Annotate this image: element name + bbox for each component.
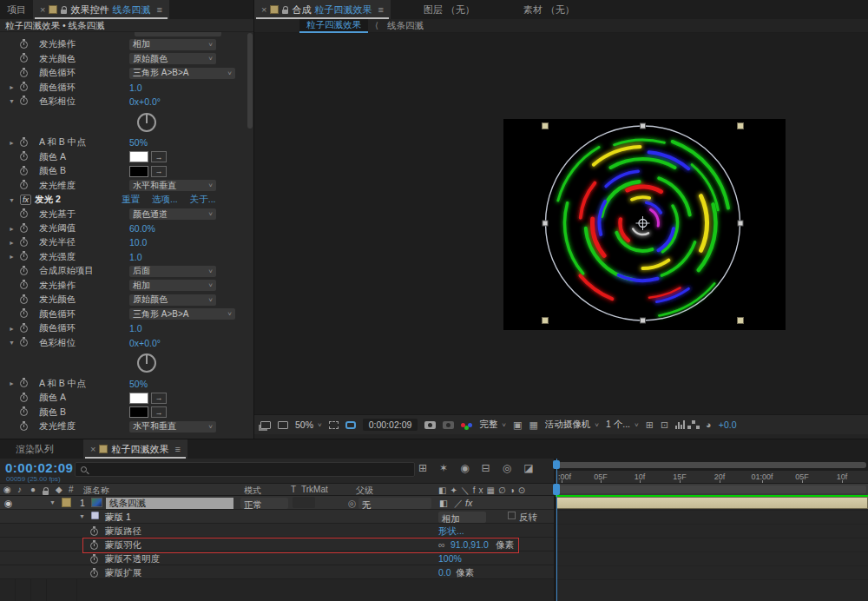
property-dropdown[interactable]: 三角形 A>B>A˅ xyxy=(129,308,235,320)
mask-expansion-value[interactable]: 0.0 xyxy=(438,567,451,578)
layer-duration-bar[interactable] xyxy=(556,497,868,509)
mask-mode-dropdown[interactable]: 相加 ˅ xyxy=(438,512,486,523)
playhead[interactable] xyxy=(556,459,557,601)
layer-row[interactable]: ◉ ▼ 1 线条四溅 正常 ˅ ◎ 无 ˅ ◧ ／ fx xyxy=(0,496,554,510)
composition-frame[interactable] xyxy=(503,119,786,330)
channels-icon[interactable] xyxy=(461,423,465,427)
primary-viewer-icon[interactable] xyxy=(278,421,288,429)
blend-mode-dropdown[interactable]: 正常 ˅ xyxy=(240,498,288,509)
exposure-value[interactable]: +0.0 xyxy=(719,419,737,430)
shy-layers-icon[interactable]: ◉ xyxy=(460,462,469,474)
angle-dial[interactable] xyxy=(137,113,156,132)
playhead-handle[interactable] xyxy=(553,460,560,469)
column-mode[interactable]: 模式 xyxy=(244,485,261,497)
column-t[interactable]: T xyxy=(291,485,296,494)
eye-icon[interactable]: ◉ xyxy=(4,498,12,508)
stopwatch-icon[interactable] xyxy=(20,310,39,318)
stopwatch-icon[interactable] xyxy=(20,139,39,147)
property-value[interactable]: 1.0 xyxy=(129,252,142,262)
color-swatch[interactable] xyxy=(129,166,148,177)
property-value[interactable]: 50% xyxy=(129,137,148,148)
resolution-dropdown[interactable]: 完整 ˅ xyxy=(479,419,506,431)
stopwatch-icon[interactable] xyxy=(20,168,39,175)
stopwatch-icon[interactable] xyxy=(20,296,39,304)
close-icon[interactable]: × xyxy=(90,444,95,454)
twirl-closed-icon[interactable]: ► xyxy=(9,226,20,232)
timeline-search-input[interactable] xyxy=(75,462,415,477)
eyedropper-icon[interactable]: → xyxy=(151,393,167,404)
time-navigator[interactable] xyxy=(556,459,868,471)
stopwatch-icon[interactable] xyxy=(20,41,39,49)
property-dropdown[interactable]: 水平和垂直˅ xyxy=(129,180,216,191)
tab-timeline-comp[interactable]: × 粒子四溅效果 ≡ xyxy=(83,439,187,459)
fx-switch-icon[interactable]: fx xyxy=(465,498,472,508)
property-dropdown[interactable]: 颜色通道˅ xyxy=(129,208,216,220)
twirl-closed-icon[interactable]: ► xyxy=(9,326,20,332)
twirl-closed-icon[interactable]: ► xyxy=(9,140,20,146)
stopwatch-icon[interactable] xyxy=(20,423,39,431)
property-dropdown[interactable]: 原始颜色˅ xyxy=(129,53,216,64)
parent-dropdown[interactable]: 无 ˅ xyxy=(358,498,431,509)
property-value[interactable]: 50% xyxy=(129,379,148,389)
mask-expansion-row[interactable]: 蒙版扩展 0.0 像素 xyxy=(0,565,554,579)
always-preview-icon[interactable] xyxy=(260,421,271,429)
comp-flowchart-icon[interactable]: ⊞ xyxy=(418,462,427,474)
property-value[interactable]: 10.0 xyxy=(129,237,147,248)
tab-composition[interactable]: × 合成 粒子四溅效果 ≡ xyxy=(254,0,391,19)
stopwatch-icon[interactable] xyxy=(20,153,39,161)
eyedropper-icon[interactable]: → xyxy=(151,406,167,418)
share-view-icon[interactable]: ⊞ xyxy=(646,419,654,431)
viewer-timecode[interactable]: 0:00:02:09 xyxy=(363,419,418,431)
timeline-track-area[interactable]: :00f05F10f15F20f01:00f05F10f xyxy=(554,459,868,601)
stopwatch-icon[interactable] xyxy=(20,267,39,275)
mask-opacity-row[interactable]: 蒙版不透明度 100% xyxy=(0,551,554,565)
twirl-open-icon[interactable]: ▼ xyxy=(9,340,20,346)
layer-label-color[interactable] xyxy=(62,498,71,507)
eyedropper-icon[interactable]: → xyxy=(151,151,167,162)
pickwhip-icon[interactable]: ◎ xyxy=(348,498,356,508)
stopwatch-icon[interactable] xyxy=(20,55,39,63)
solo-column-icon[interactable]: ● xyxy=(30,485,36,494)
stopwatch-icon[interactable] xyxy=(20,210,39,218)
invert-checkbox[interactable] xyxy=(508,512,516,519)
panel-menu-icon[interactable]: ≡ xyxy=(156,4,161,15)
eyedropper-icon[interactable]: → xyxy=(151,166,167,177)
stopwatch-icon[interactable] xyxy=(20,281,39,289)
twirl-open-icon[interactable]: ▼ xyxy=(79,513,85,519)
twirl-closed-icon[interactable]: ► xyxy=(9,254,20,260)
column-parent[interactable]: 父级 xyxy=(356,485,373,497)
stopwatch-icon[interactable] xyxy=(20,394,39,402)
stopwatch-icon[interactable] xyxy=(20,408,39,416)
stopwatch-icon[interactable] xyxy=(20,225,39,233)
color-swatch[interactable] xyxy=(129,393,148,404)
panel-menu-icon[interactable]: ≡ xyxy=(174,444,180,454)
collapse-switch-icon[interactable]: ／ xyxy=(454,498,464,510)
effect-action-link[interactable]: 关于... xyxy=(190,194,216,206)
twirl-closed-icon[interactable]: ► xyxy=(9,240,20,246)
stopwatch-icon[interactable] xyxy=(20,97,39,105)
tab-render-queue[interactable]: 渲染队列 xyxy=(0,439,61,459)
color-swatch[interactable] xyxy=(129,151,148,162)
property-value[interactable]: 0x+0.0° xyxy=(129,338,161,348)
layer-name[interactable]: 线条四溅 xyxy=(106,498,233,509)
stopwatch-icon[interactable] xyxy=(20,69,39,77)
current-timecode[interactable]: 0:00:02:09 xyxy=(5,460,73,475)
color-swatch[interactable] xyxy=(129,406,148,418)
property-dropdown[interactable]: 相加˅ xyxy=(129,39,216,50)
tab-project[interactable]: 项目 xyxy=(0,0,33,19)
property-dropdown[interactable]: 水平和垂直˅ xyxy=(129,421,216,433)
fx-badge[interactable]: fx xyxy=(20,195,31,205)
view-layout-dropdown[interactable]: 1 个... ˅ xyxy=(606,419,639,431)
close-icon[interactable]: × xyxy=(40,4,45,15)
stopwatch-icon[interactable] xyxy=(20,253,39,261)
eye-column-icon[interactable]: ◉ xyxy=(3,485,11,494)
zoom-dropdown[interactable]: 50% ˅ xyxy=(295,419,322,430)
draft-3d-icon[interactable]: ✶ xyxy=(439,462,448,474)
trkmat-cell[interactable] xyxy=(293,497,315,508)
viewer-canvas[interactable] xyxy=(254,33,868,414)
twirl-open-icon[interactable]: ▼ xyxy=(9,98,20,104)
mask-group-name[interactable]: 蒙版 1 xyxy=(105,512,131,524)
mask-path-row[interactable]: 蒙版路径 形状... xyxy=(0,524,554,538)
fast-previews-icon[interactable] xyxy=(692,420,695,424)
twirl-open-icon[interactable]: ▼ xyxy=(9,197,20,203)
